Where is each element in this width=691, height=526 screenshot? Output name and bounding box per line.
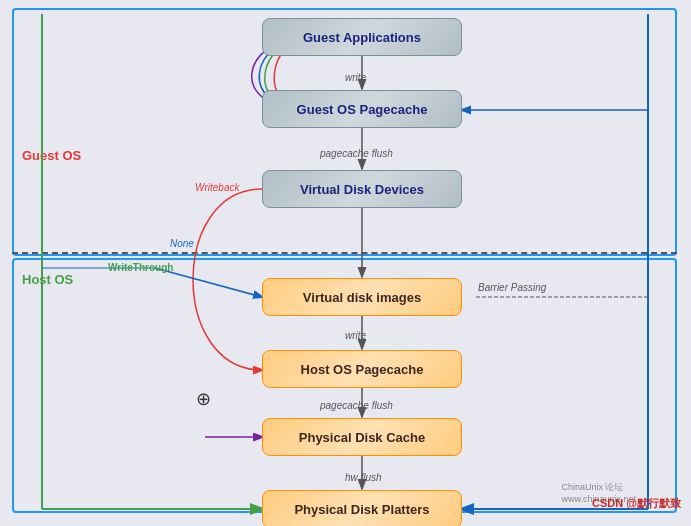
host-pagecache-box: Host OS Pagecache: [262, 350, 462, 388]
write2-label: write: [345, 330, 366, 341]
writethrough-label: WriteThrough: [108, 262, 173, 273]
virtual-disk-devices-box: Virtual Disk Devices: [262, 170, 462, 208]
write1-label: write: [345, 72, 366, 83]
barrier-label: Barrier Passing: [478, 282, 546, 293]
main-diagram: Guest OS Host OS Guest Applications Gues…: [0, 0, 691, 526]
host-os-label: Host OS: [22, 272, 73, 287]
hw-flush-label: hw flush: [345, 472, 382, 483]
virtual-disk-images-box: Virtual disk images: [262, 278, 462, 316]
physical-disk-cache-box: Physical Disk Cache: [262, 418, 462, 456]
guest-os-label: Guest OS: [22, 148, 81, 163]
guest-pagecache-box: Guest OS Pagecache: [262, 90, 462, 128]
csdn-logo: CSDN @默行默致: [592, 496, 681, 511]
pagecache-flush2-label: pagecache flush: [320, 400, 393, 411]
physical-platters-box: Physical Disk Platters: [262, 490, 462, 526]
none-label: None: [170, 238, 194, 249]
writeback-label: Writeback: [195, 182, 239, 193]
divider-line: [12, 252, 677, 254]
cursor-icon: ⊕: [196, 388, 212, 408]
pagecache-flush1-label: pagecache flush: [320, 148, 393, 159]
guest-apps-box: Guest Applications: [262, 18, 462, 56]
